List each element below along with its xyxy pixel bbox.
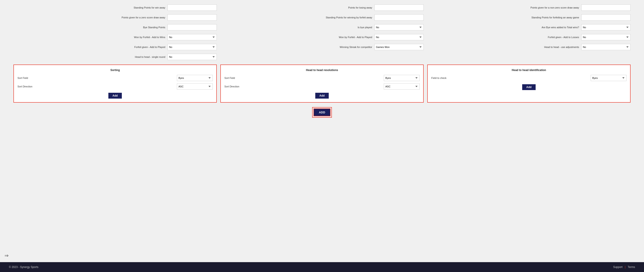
h2h-identification-field-check: Field to check Byes Points xyxy=(431,75,626,81)
footer: © 2023 - Synergy Sports Support | Terms xyxy=(0,262,644,272)
bye-wins-total-wins-label: Are Bye wins added to Total wins? xyxy=(542,26,579,29)
sorting-sort-field-label: Sort Field xyxy=(18,77,28,79)
sorting-sort-field-select[interactable]: Byes Points xyxy=(177,75,213,81)
h2h-identification-add-btn-wrapper: Add xyxy=(431,84,626,90)
form-row-6: Head to head - single round No Yes xyxy=(14,54,630,60)
form-row-4: Won by Forfeit - Add to Wins No Yes Won … xyxy=(14,34,630,40)
won-forfeit-wins-select[interactable]: No Yes xyxy=(168,34,217,40)
h2h-resolutions-add-button[interactable]: Add xyxy=(315,93,328,99)
h2h-resolutions-sort-direction: Sort Direction ASC DESC xyxy=(224,83,420,90)
h2h-resolutions-panel: Head to head resolutions Sort Field Byes… xyxy=(220,65,424,103)
sorting-sort-direction: Sort Direction ASC DESC xyxy=(18,83,213,90)
standing-pts-forfeit-away-game-label: Standing Points for forfeiting an away g… xyxy=(531,16,579,19)
h2h-single-round-label: Head to head - single round xyxy=(135,56,165,58)
points-nonzero-draw-away-input[interactable] xyxy=(581,5,630,11)
winning-streak-select[interactable]: Games Won Points xyxy=(374,44,424,50)
h2h-identification-panel: Head to head identification Field to che… xyxy=(427,65,630,103)
standing-points-win-away-label: Standing Points for win away xyxy=(134,6,165,9)
points-nonzero-draw-away-label: Points given for a non-zero score draw a… xyxy=(530,6,579,9)
forfeit-losses-field: Forfeit given - Add to Losses No Yes xyxy=(427,34,630,40)
h2h-adjustments-field: Head to head - use adjustments No Yes xyxy=(427,44,630,50)
footer-terms-link[interactable]: Terms xyxy=(628,265,635,269)
won-forfeit-played-label: Won by Forfeit - Add to Played xyxy=(339,36,372,39)
bye-standing-points-label: Bye Standing Points xyxy=(143,26,165,29)
sorting-panel-title: Sorting xyxy=(18,69,213,72)
points-losing-away-input[interactable] xyxy=(374,5,424,11)
sorting-sort-direction-label: Sort Direction xyxy=(18,85,32,88)
form-row-1: Standing Points for win away Points for … xyxy=(14,5,630,11)
forfeit-losses-label: Forfeit given - Add to Losses xyxy=(548,36,579,39)
sorting-sort-direction-select[interactable]: ASC DESC xyxy=(177,83,213,90)
standing-points-win-away-input[interactable] xyxy=(168,5,217,11)
won-forfeit-played-field: Won by Forfeit - Add to Played No Yes xyxy=(220,34,424,40)
panels-row: Sorting Sort Field Byes Points Sort Dire… xyxy=(14,65,630,103)
is-bye-played-select[interactable]: No Yes xyxy=(374,24,424,31)
bye-wins-total-wins-select[interactable]: No Yes xyxy=(581,24,630,31)
sorting-add-btn-wrapper: Add xyxy=(18,93,213,99)
standing-pts-forfeit-away-label: Standing Points for winning by forfeit a… xyxy=(326,16,372,19)
form-row-2: Points given for a zero score draw away … xyxy=(14,14,630,21)
h2h-identification-panel-title: Head to head identification xyxy=(431,69,626,72)
h2h-resolutions-sort-direction-label: Sort Direction xyxy=(224,85,239,88)
standing-pts-forfeit-away-field: Standing Points for winning by forfeit a… xyxy=(220,14,424,21)
is-bye-played-field: Is bye played No Yes xyxy=(220,24,424,31)
forfeit-played-field: Forfeit given - Add to Played No Yes xyxy=(14,44,217,50)
winning-streak-label: Winning Streak for competitor xyxy=(340,46,372,48)
h2h-single-round-field: Head to head - single round No Yes xyxy=(14,54,217,60)
won-forfeit-wins-field: Won by Forfeit - Add to Wins No Yes xyxy=(14,34,217,40)
main-content: Standing Points for win away Points for … xyxy=(0,0,644,262)
forfeit-losses-select[interactable]: No Yes xyxy=(581,34,630,40)
sorting-add-button[interactable]: Add xyxy=(108,93,122,99)
bottom-add-wrapper: ADD xyxy=(312,107,332,118)
h2h-resolutions-sort-field-label: Sort Field xyxy=(224,77,235,79)
sorting-sort-field: Sort Field Byes Points xyxy=(18,75,213,81)
footer-links: Support | Terms xyxy=(613,265,635,269)
bye-standing-points-field: Bye Standing Points xyxy=(14,24,217,31)
points-zero-draw-away-label: Points given for a zero score draw away xyxy=(122,16,165,19)
standing-points-win-away-field: Standing Points for win away xyxy=(14,5,217,11)
bye-wins-total-wins-field: Are Bye wins added to Total wins? No Yes xyxy=(427,24,630,31)
points-losing-away-label: Points for losing away xyxy=(348,6,372,9)
footer-support-link[interactable]: Support xyxy=(613,265,622,269)
won-forfeit-played-select[interactable]: No Yes xyxy=(374,34,424,40)
h2h-resolutions-add-btn-wrapper: Add xyxy=(224,93,420,99)
forfeit-played-select[interactable]: No Yes xyxy=(168,44,217,50)
h2h-identification-field-check-label: Field to check xyxy=(431,77,446,79)
points-losing-away-field: Points for losing away xyxy=(220,5,424,11)
h2h-adjustments-label: Head to head - use adjustments xyxy=(544,46,579,48)
left-arrow-icon[interactable]: ⇒ xyxy=(4,253,8,258)
h2h-identification-add-button[interactable]: Add xyxy=(522,84,536,90)
h2h-resolutions-panel-title: Head to head resolutions xyxy=(224,69,420,72)
h2h-resolutions-sort-field-select[interactable]: Byes Points xyxy=(384,75,420,81)
bottom-add-row: ADD xyxy=(14,107,630,118)
bottom-add-button[interactable]: ADD xyxy=(314,108,330,116)
footer-copyright: © 2023 - Synergy Sports xyxy=(9,265,38,269)
forfeit-played-label: Forfeit given - Add to Played xyxy=(134,46,165,48)
standing-pts-forfeit-away-game-field: Standing Points for forfeiting an away g… xyxy=(427,14,630,21)
won-forfeit-wins-label: Won by Forfeit - Add to Wins xyxy=(134,36,165,39)
standing-pts-forfeit-away-input[interactable] xyxy=(374,14,424,21)
h2h-resolutions-sort-direction-select[interactable]: ASC DESC xyxy=(384,83,420,90)
points-zero-draw-away-field: Points given for a zero score draw away xyxy=(14,14,217,21)
sorting-panel: Sorting Sort Field Byes Points Sort Dire… xyxy=(14,65,217,103)
form-row-3: Bye Standing Points Is bye played No Yes… xyxy=(14,24,630,31)
points-nonzero-draw-away-field: Points given for a non-zero score draw a… xyxy=(427,5,630,11)
points-zero-draw-away-input[interactable] xyxy=(168,14,217,21)
winning-streak-field: Winning Streak for competitor Games Won … xyxy=(220,44,424,50)
h2h-single-round-select[interactable]: No Yes xyxy=(168,54,217,60)
form-row-5: Forfeit given - Add to Played No Yes Win… xyxy=(14,44,630,50)
h2h-identification-field-check-select[interactable]: Byes Points xyxy=(591,75,626,81)
standing-pts-forfeit-away-game-input[interactable] xyxy=(581,14,630,21)
footer-divider: | xyxy=(625,265,626,269)
is-bye-played-label: Is bye played xyxy=(358,26,372,29)
h2h-adjustments-select[interactable]: No Yes xyxy=(581,44,630,50)
bye-standing-points-input[interactable] xyxy=(168,24,217,31)
h2h-resolutions-sort-field: Sort Field Byes Points xyxy=(224,75,420,81)
